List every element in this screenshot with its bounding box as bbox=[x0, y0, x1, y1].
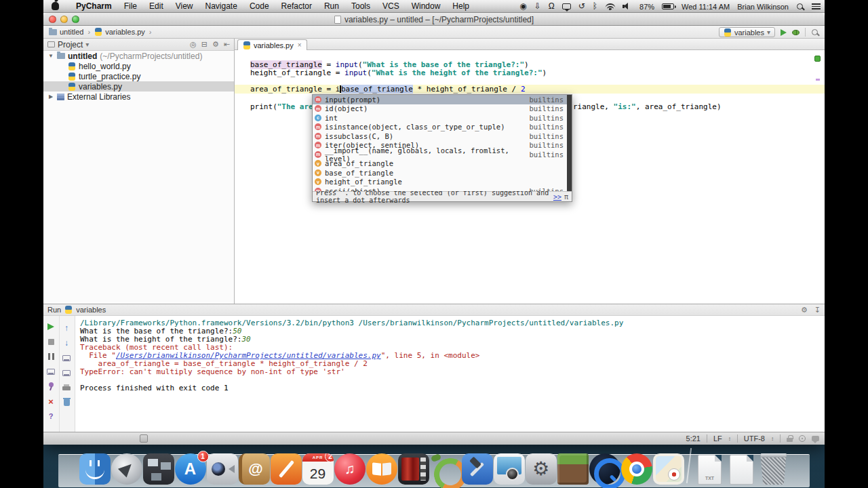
dock-text-document[interactable]: TXT bbox=[694, 455, 726, 485]
help-button[interactable]: ? bbox=[45, 411, 56, 422]
tree-item-hello-world[interactable]: hello_world.py bbox=[43, 61, 234, 71]
dock-minecraft[interactable] bbox=[557, 453, 589, 485]
dock-calendar[interactable]: APR292 bbox=[302, 453, 334, 485]
completion-item-base-of-triangle[interactable]: vbase_of_triangle bbox=[313, 168, 572, 178]
airplay-icon[interactable] bbox=[562, 3, 571, 9]
pause-button[interactable] bbox=[45, 351, 56, 362]
menu-edit[interactable]: Edit bbox=[143, 0, 170, 13]
menu-run[interactable]: Run bbox=[318, 0, 345, 13]
completion-item-isinstance[interactable]: misinstance(object, class_or_type_or_tup… bbox=[313, 123, 572, 132]
dock-mission-control[interactable] bbox=[142, 453, 174, 485]
dock-contacts[interactable]: @ bbox=[238, 453, 270, 485]
menu-clock[interactable]: Wed 11:14 AM bbox=[682, 3, 730, 11]
tree-item-variables[interactable]: variables.py bbox=[43, 81, 234, 92]
caret-position[interactable]: 5:21 bbox=[686, 434, 701, 443]
menu-vcs[interactable]: VCS bbox=[376, 0, 406, 13]
dock-facetime[interactable] bbox=[206, 453, 238, 485]
menu-window[interactable]: Window bbox=[406, 0, 447, 13]
tree-collapse-icon[interactable]: ▶ bbox=[47, 94, 54, 100]
dock-pycharm[interactable] bbox=[429, 453, 461, 485]
run-tab-label[interactable]: Run bbox=[47, 306, 61, 314]
dock-trash[interactable] bbox=[757, 453, 789, 485]
stop-button[interactable] bbox=[45, 336, 56, 347]
dock-iphoto[interactable] bbox=[493, 453, 525, 485]
console-output[interactable]: /Library/Frameworks/Python.framework/Ver… bbox=[75, 316, 825, 432]
menu-pycharm[interactable]: PyCharm bbox=[70, 0, 118, 13]
gear-icon[interactable]: ⚙ bbox=[212, 40, 219, 49]
dock-xcode[interactable] bbox=[461, 453, 493, 485]
scroll-to-end-button[interactable] bbox=[61, 367, 72, 378]
hector-inspections-icon[interactable] bbox=[799, 435, 806, 442]
apple-menu-icon[interactable] bbox=[52, 2, 59, 10]
run-configuration-select[interactable]: variables ▾ bbox=[719, 27, 775, 37]
completion-item-int[interactable]: cintbuiltins bbox=[313, 113, 572, 123]
wifi-icon[interactable] bbox=[605, 3, 615, 10]
dock-quicktime[interactable] bbox=[589, 453, 620, 485]
notification-center-icon[interactable] bbox=[812, 3, 821, 9]
rerun-button[interactable] bbox=[45, 321, 56, 332]
breadcrumb-untitled[interactable]: untitled bbox=[60, 28, 83, 36]
spotlight-icon[interactable] bbox=[796, 3, 804, 11]
popup-scrollbar[interactable] bbox=[567, 95, 572, 191]
restore-layout-button[interactable] bbox=[45, 366, 56, 377]
tree-item-turtle-practice[interactable]: turtle_practice.py bbox=[43, 71, 234, 81]
user-menu[interactable]: Brian Wilkinson bbox=[737, 3, 789, 11]
locate-file-icon[interactable]: ◎ bbox=[190, 40, 197, 49]
clear-console-button[interactable] bbox=[61, 397, 72, 408]
completion-item-issubclass[interactable]: missubclass(C, B)builtins bbox=[313, 131, 572, 141]
run-button[interactable] bbox=[781, 29, 787, 36]
encoding-widget[interactable]: UTF-8 bbox=[744, 434, 765, 443]
tree-item-external-libraries[interactable]: ▶ External Libraries bbox=[43, 92, 234, 102]
menu-view[interactable]: View bbox=[170, 0, 199, 13]
completion-hint-link[interactable]: >> bbox=[553, 193, 561, 201]
dock-ibooks[interactable] bbox=[366, 453, 397, 485]
dock-maps[interactable] bbox=[652, 453, 684, 485]
menu-file[interactable]: File bbox=[118, 0, 143, 13]
print-button[interactable] bbox=[61, 382, 72, 393]
editor-area[interactable]: variables.py × base_of_triangle = input(… bbox=[235, 39, 825, 304]
record-icon[interactable]: ◉ bbox=[519, 0, 526, 13]
readonly-lock-icon[interactable] bbox=[787, 435, 793, 442]
toolwindow-toggle-icon[interactable] bbox=[140, 434, 148, 443]
close-console-button[interactable]: × bbox=[45, 396, 56, 407]
line-separator-widget[interactable]: LF bbox=[713, 434, 722, 443]
dock-itunes[interactable]: ♫ bbox=[334, 453, 366, 485]
dock-chrome[interactable] bbox=[620, 453, 652, 485]
time-machine-icon[interactable]: ↺ bbox=[578, 0, 585, 13]
pin-tab-button[interactable] bbox=[45, 381, 56, 392]
dock-document[interactable] bbox=[726, 455, 757, 485]
soft-wrap-button[interactable] bbox=[61, 352, 72, 363]
project-view-select[interactable]: Project ▾ bbox=[47, 40, 89, 49]
bluetooth-icon[interactable]: ᛒ bbox=[593, 0, 597, 13]
tree-expand-icon[interactable]: ▼ bbox=[47, 53, 54, 59]
battery-icon[interactable] bbox=[662, 3, 674, 9]
gear-icon[interactable]: ⚙ bbox=[801, 306, 808, 314]
dock-finder[interactable] bbox=[79, 453, 111, 485]
hide-panel-icon[interactable]: ⇤ bbox=[224, 40, 230, 49]
search-everywhere-icon[interactable] bbox=[811, 28, 819, 37]
event-log-icon[interactable] bbox=[812, 436, 819, 441]
menu-help[interactable]: Help bbox=[446, 0, 475, 13]
down-stack-trace-button[interactable]: ↓ bbox=[61, 338, 72, 348]
menu-refactor[interactable]: Refactor bbox=[275, 0, 318, 13]
completion-item-id[interactable]: mid(object)builtins bbox=[313, 104, 572, 114]
close-tab-icon[interactable]: × bbox=[298, 41, 302, 49]
menu-tools[interactable]: Tools bbox=[345, 0, 376, 13]
completion-item-height-of-triangle[interactable]: vheight_of_triangle bbox=[313, 178, 572, 187]
completion-item-import[interactable]: m__import__(name, globals, locals, froml… bbox=[313, 150, 572, 159]
dock-system-preferences[interactable]: ⚙ bbox=[525, 453, 557, 485]
completion-item-ascii[interactable]: mascii(object)builtins bbox=[313, 186, 572, 191]
tree-item-root[interactable]: ▼ untitled (~/PycharmProjects/untitled) bbox=[43, 51, 234, 61]
volume-icon[interactable] bbox=[623, 3, 632, 10]
headphones-icon[interactable]: Ω bbox=[549, 0, 555, 13]
menu-code[interactable]: Code bbox=[243, 0, 275, 13]
dock-photo-booth[interactable] bbox=[397, 453, 429, 485]
hide-panel-icon[interactable]: ↧ bbox=[814, 306, 821, 314]
dock-launchpad[interactable] bbox=[111, 453, 142, 485]
inspection-status-indicator[interactable] bbox=[814, 56, 821, 62]
completion-item-input[interactable]: minput(prompt)builtins bbox=[313, 95, 572, 104]
collapse-all-icon[interactable]: ⊟ bbox=[201, 40, 208, 49]
up-stack-trace-button[interactable]: ↑ bbox=[61, 323, 72, 333]
breadcrumb-variables[interactable]: variables.py bbox=[105, 28, 145, 36]
code-editor[interactable]: base_of_triangle = input("What is the ba… bbox=[235, 50, 825, 304]
